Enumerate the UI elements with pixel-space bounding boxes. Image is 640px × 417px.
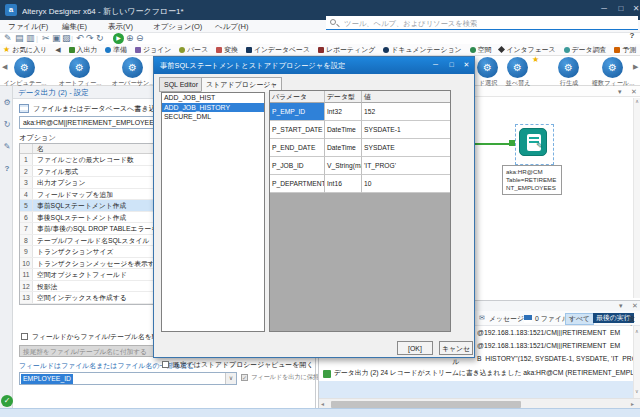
tab-data-investigation[interactable]: データ調査 [564, 45, 607, 55]
scrollbar-thumb[interactable] [331, 401, 521, 408]
dialog-close-button[interactable]: ✕ [459, 57, 474, 74]
zoom-in-icon[interactable]: ⊕ [126, 33, 134, 44]
transform-icon [216, 47, 222, 53]
tab-in-out[interactable]: 入出力 [69, 45, 98, 55]
data-investigation-icon [564, 47, 570, 53]
undo-icon[interactable]: ↶ [76, 33, 84, 44]
menu-file[interactable]: ファイル(F) [8, 22, 48, 32]
palette-collapse-icon[interactable]: ▾ [618, 86, 622, 97]
tool-sort[interactable]: ⚙ [507, 57, 528, 78]
menu-view[interactable]: 表示(V) [108, 22, 133, 32]
tab-interface[interactable]: インタフェース [499, 45, 555, 55]
tool-multi-field[interactable]: ⚙ [602, 57, 623, 78]
log-message[interactable]: @192.168.1.183:1521/CM|||RETIREMENT_EM [477, 342, 633, 349]
messages-vertical-scrollbar[interactable]: ∧ ∨ [633, 326, 640, 398]
scroll-right-icon[interactable]: ▸ [631, 401, 634, 408]
search-placeholder: ツール、ヘルプ、およびリソースを検索 [344, 19, 477, 29]
procedure-item-selected[interactable]: ADD_JOB_HISTORY [162, 103, 264, 113]
tool-imputation[interactable]: ⚙ [14, 57, 35, 78]
results-collapse-icon[interactable]: ▾ [619, 300, 623, 311]
predictive-icon [614, 47, 620, 53]
tool-generate-rows[interactable]: ⚙ [558, 57, 579, 78]
copy-icon[interactable]: ▣ [52, 33, 61, 44]
tool-oversample[interactable]: ⚙ [122, 57, 143, 78]
log-message[interactable]: @192.168.1.183:1521/CM|||RETIREMENT_EM [477, 329, 633, 336]
run-workflow-button[interactable]: ▶ [113, 33, 124, 44]
tab-join[interactable]: ジョイン [135, 45, 171, 55]
tool-autofield[interactable]: ⚙ [69, 57, 90, 78]
tab-documentation[interactable]: ドキュメンテーション [383, 45, 461, 55]
parameter-row[interactable]: P_END_DATE DateTime SYSDATE [270, 139, 450, 157]
palette-scroll-right-icon[interactable]: ▶ [633, 63, 638, 71]
keep-field-checkbox[interactable]: ✓ [241, 374, 248, 381]
menu-options[interactable]: オプション(O) [153, 22, 202, 32]
cancel-button[interactable]: キャンセル [439, 341, 473, 355]
tab-reporting[interactable]: レポーティング [318, 45, 375, 55]
parameter-table-header: パラメータ データ型 値 [270, 91, 450, 103]
refresh-icon[interactable]: ↻ [96, 33, 104, 44]
tab-preparation[interactable]: 準備 [105, 45, 127, 55]
tab-predictive[interactable]: 予測 [614, 45, 636, 55]
results-close-icon[interactable]: ✕ [632, 300, 638, 311]
window-close-button[interactable]: ✕ [629, 2, 640, 16]
data-output-node[interactable]: ✎ [519, 128, 547, 156]
log-message[interactable]: B_HISTORY"(152, SYSDATE-1, SYSDATE, 'IT_… [477, 355, 633, 362]
configuration-wrench-icon[interactable]: ⚙ [2, 98, 12, 107]
search-icon-tail [336, 24, 340, 28]
palette-scroll-left-icon[interactable]: ◀ [2, 63, 7, 71]
search-input[interactable]: ツール、ヘルプ、およびリソースを検索 [326, 16, 638, 30]
refresh-strip-icon[interactable]: ↻ [2, 120, 12, 129]
zoom-out-icon[interactable]: ⊖ [136, 33, 144, 44]
tab-spatial[interactable]: 空間 [470, 45, 492, 55]
open-icon[interactable]: ▤ [15, 33, 24, 44]
parameter-row[interactable]: P_START_DATE DateTime SYSDATE-1 [270, 121, 450, 139]
tab-parse[interactable]: パース [179, 45, 208, 55]
dialog-minimize-button[interactable]: ─ [428, 57, 443, 74]
node-annotation[interactable]: aka:HR@CM Table=RETIREMENT_EMPLOYEES [502, 165, 562, 195]
chevron-down-icon[interactable]: ∨ [225, 373, 236, 384]
field-select-dropdown[interactable]: EMPLOYEE_ID ∨ [19, 372, 237, 385]
write-target-label: ファイルまたはデータベースへ書き込む [33, 104, 163, 114]
parameter-row[interactable]: P_EMP_ID Int32 152 [270, 103, 450, 121]
status-bar [0, 408, 640, 417]
dialog-maximize-button[interactable]: □ [444, 57, 459, 74]
procedure-item[interactable]: ADD_JOB_HIST [162, 93, 264, 103]
messages-filter-label[interactable]: メッセージ [489, 314, 524, 324]
log-message[interactable]: データ出力 (2) 24 レコードがストリームに書き込まれました aka:HR@… [334, 368, 633, 378]
scroll-left-icon[interactable]: ◂ [321, 401, 324, 408]
parameter-row[interactable]: P_JOB_ID V_String(max) 'IT_PROG' [270, 157, 450, 175]
canvas-vertical-scrollbar[interactable]: ∧ [633, 98, 640, 298]
default-view-checkbox[interactable] [162, 361, 169, 368]
filter-all-button[interactable]: すべて [565, 313, 594, 325]
parameter-row[interactable]: P_DEPARTMENT_ID Int16 10 [270, 175, 450, 193]
scroll-up-icon[interactable]: ∧ [635, 328, 639, 334]
redo-icon[interactable]: ↷ [86, 33, 94, 44]
save-icon[interactable]: ▥ [26, 33, 35, 44]
tab-in-database[interactable]: インデータベース [246, 45, 310, 55]
message-icon: ✉ [479, 314, 485, 322]
tab-sql-editor[interactable]: SQL Editor [159, 77, 203, 92]
tab-transform[interactable]: 変換 [216, 45, 238, 55]
cut-icon[interactable]: ✂ [42, 33, 50, 44]
tool-select[interactable]: ⚙ [477, 57, 498, 78]
scroll-up-icon[interactable]: ∧ [635, 98, 639, 104]
menu-help[interactable]: ヘルプ(H) [215, 22, 248, 32]
ok-button[interactable]: [OK] [397, 341, 433, 355]
scroll-down-icon[interactable]: ∨ [635, 388, 639, 394]
annotation-strip-icon[interactable]: ✎ [2, 142, 12, 151]
files-disk-icon [524, 315, 532, 323]
new-workflow-icon[interactable]: ✎ [4, 33, 12, 44]
category-scroll-left-icon[interactable]: ◀ [55, 46, 60, 54]
procedure-list: ADD_JOB_HIST ADD_JOB_HISTORY SECURE_DML [161, 92, 265, 332]
window-minimize-button[interactable]: ─ [597, 2, 611, 16]
paste-icon[interactable]: ▨ [62, 33, 71, 44]
app-logo-icon: a [5, 4, 17, 16]
files-filter-label[interactable]: 0 ファイル [535, 314, 569, 324]
palette-close-icon[interactable]: ✕ [631, 86, 637, 97]
help-strip-icon[interactable]: ? [2, 164, 12, 173]
window-maximize-button[interactable]: □ [614, 2, 628, 16]
menu-edit[interactable]: 編集(E) [62, 22, 87, 32]
tab-favorites[interactable]: ★ お気に入り [3, 45, 47, 55]
take-name-checkbox[interactable] [21, 333, 28, 340]
procedure-item[interactable]: SECURE_DML [162, 112, 264, 122]
